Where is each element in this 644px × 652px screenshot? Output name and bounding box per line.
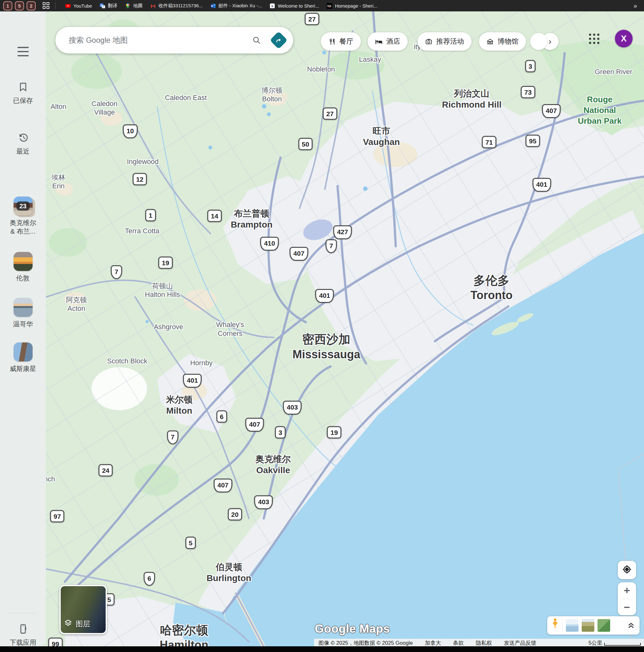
map-place-label: 多伦多Toronto (470, 273, 512, 302)
google-apps-grid-icon[interactable] (589, 33, 600, 45)
zoom-in-button[interactable]: + (618, 582, 636, 599)
road-shield-407: 407 (245, 418, 264, 432)
layers-icon (64, 619, 73, 629)
bottom-black-strip (0, 646, 644, 652)
chip-label: 推荐活动 (436, 37, 464, 46)
road-shield-95: 95 (526, 135, 540, 147)
collapse-chevron-icon[interactable] (626, 620, 636, 631)
imagery-divider (562, 619, 563, 632)
map-place-label: 密西沙加Mississauga (292, 332, 360, 361)
chips-scroll-right-button[interactable]: › (541, 33, 559, 50)
zoom-out-button[interactable]: − (618, 599, 636, 616)
chip-label: 餐厅 (339, 37, 353, 46)
sidebar-item-recent[interactable]: 最近 (0, 132, 46, 156)
map-place-label: 伯灵顿Burlington (206, 562, 251, 583)
road-shield-73: 73 (521, 86, 535, 98)
map-place-label: Ashgrove (154, 323, 183, 331)
map-place-label: nch (46, 475, 55, 484)
bookmark-icon (18, 88, 28, 93)
map-place-label: 荷顿山Halton Hills (145, 281, 180, 299)
map-place-label: Laskay (359, 55, 381, 64)
bookmark-item-4[interactable]: 邮件 - Xiaobin Xu -... (206, 3, 266, 9)
road-shield-410: 410 (260, 237, 279, 251)
map-viewport[interactable]: LaskayNobleton博尔顿Bolton列治文山Richmond Hill… (46, 11, 644, 646)
bookmark-label: 邮件 - Xiaobin Xu -... (219, 3, 262, 9)
attribution-link-2[interactable]: 隐私权 (476, 639, 492, 647)
tab-groups-icon[interactable] (43, 2, 50, 9)
directions-button[interactable] (270, 31, 288, 49)
sidebar-place-2[interactable]: 温哥华 (0, 298, 46, 328)
account-avatar[interactable]: X (615, 30, 633, 48)
road-shield-403: 403 (283, 401, 302, 415)
browser-bookmarks-bar: 152 YouTubeG文翻译地圖收件箱3311215736...邮件 - Xi… (0, 0, 644, 11)
road-shield-24: 24 (99, 464, 113, 477)
map-place-label: 旺市Vaughan (363, 125, 400, 147)
road-shield-50: 50 (298, 138, 312, 150)
road-shield-401: 401 (315, 289, 334, 303)
history-icon (18, 139, 28, 144)
bookmark-item-1[interactable]: G文翻译 (96, 3, 121, 9)
d2l-icon: D2L (327, 3, 332, 8)
road-shield-427: 427 (333, 225, 352, 239)
tab-count-badge[interactable]: 2 (27, 1, 36, 10)
map-labels-layer: LaskayNobleton博尔顿Bolton列治文山Richmond Hill… (46, 11, 644, 646)
map-place-label: Inglewood (127, 158, 159, 166)
sidebar: 已保存 最近 23奥克维尔& 布兰...伦敦温哥华威斯康星 下载应用 (0, 11, 46, 646)
chip-0[interactable]: 餐厅 (321, 32, 361, 51)
map-place-label: Whaley'sCorners (216, 320, 244, 338)
road-shield-6: 6 (144, 572, 155, 586)
road-shield-20: 20 (228, 508, 242, 520)
map-canvas[interactable]: LaskayNobleton博尔顿Bolton列治文山Richmond Hill… (0, 11, 644, 646)
search-icon[interactable] (248, 32, 265, 48)
bookmark-item-5[interactable]: SWelcome to Sheri... (266, 3, 323, 8)
sidebar-item-download-app[interactable]: 下载应用 (0, 624, 46, 647)
road-shield-7: 7 (167, 430, 178, 444)
tab-count-badge[interactable]: 1 (3, 1, 12, 10)
chip-1[interactable]: 酒店 (368, 32, 408, 51)
sidebar-place-1[interactable]: 伦敦 (0, 252, 46, 282)
gmail-icon (150, 3, 156, 8)
imagery-thumbnail[interactable] (582, 619, 594, 632)
youtube-icon (65, 3, 71, 8)
road-shield-3: 3 (525, 60, 536, 72)
pegman-icon[interactable] (551, 618, 559, 633)
phone-icon (18, 630, 28, 635)
place-label: 奥克维尔& 布兰... (0, 218, 46, 236)
road-shield-6: 6 (216, 410, 227, 423)
attribution-link-0[interactable]: 加拿大 (425, 639, 441, 647)
sidebar-place-0[interactable]: 23奥克维尔& 布兰... (0, 196, 46, 236)
my-location-button[interactable] (618, 561, 636, 579)
chip-label: 博物馆 (498, 37, 519, 46)
sidebar-place-3[interactable]: 威斯康星 (0, 343, 46, 373)
sidebar-item-saved[interactable]: 已保存 (0, 82, 46, 105)
attribution-link-3[interactable]: 发送产品反馈 (504, 639, 536, 647)
bookmarks-overflow-chevron[interactable]: » (634, 2, 641, 9)
search-input[interactable] (68, 35, 248, 45)
tab-count-badge[interactable]: 5 (15, 1, 24, 10)
place-thumbnail-image (13, 252, 33, 271)
zoom-controls: + − (618, 582, 636, 615)
bookmark-item-0[interactable]: YouTube (61, 3, 96, 8)
menu-icon[interactable] (18, 47, 29, 56)
imagery-thumbnail[interactable] (597, 619, 610, 632)
chip-2[interactable]: 推荐活动 (418, 32, 472, 51)
bookmark-item-6[interactable]: D2LHomepage - Sheri... (323, 3, 381, 8)
bookmark-label: 地圖 (133, 3, 143, 9)
place-label: 温哥华 (0, 320, 46, 328)
scale-label[interactable]: 5公里 (589, 639, 602, 647)
layers-button[interactable]: 图层 (59, 585, 107, 634)
map-place-label: 布兰普顿Brampton (231, 208, 272, 230)
map-place-label: CaledonVillage (91, 99, 117, 116)
map-place-label: 米尔顿Milton (166, 394, 193, 416)
map-place-label: 哈密尔顿Hamilton (160, 623, 208, 646)
imagery-thumbnail[interactable] (566, 619, 579, 632)
road-shield-71: 71 (482, 136, 496, 148)
google-maps-logo: Google Maps (315, 622, 390, 635)
bookmark-item-3[interactable]: 收件箱3311215736... (146, 3, 206, 9)
chip-3[interactable]: 博物馆 (479, 32, 526, 51)
attribution-link-1[interactable]: 条款 (453, 639, 464, 647)
map-place-label: 埃林Erin (52, 173, 65, 190)
bookmark-item-2[interactable]: 地圖 (121, 3, 146, 9)
road-shield-403: 403 (254, 495, 273, 509)
imagery-panel (547, 616, 640, 634)
